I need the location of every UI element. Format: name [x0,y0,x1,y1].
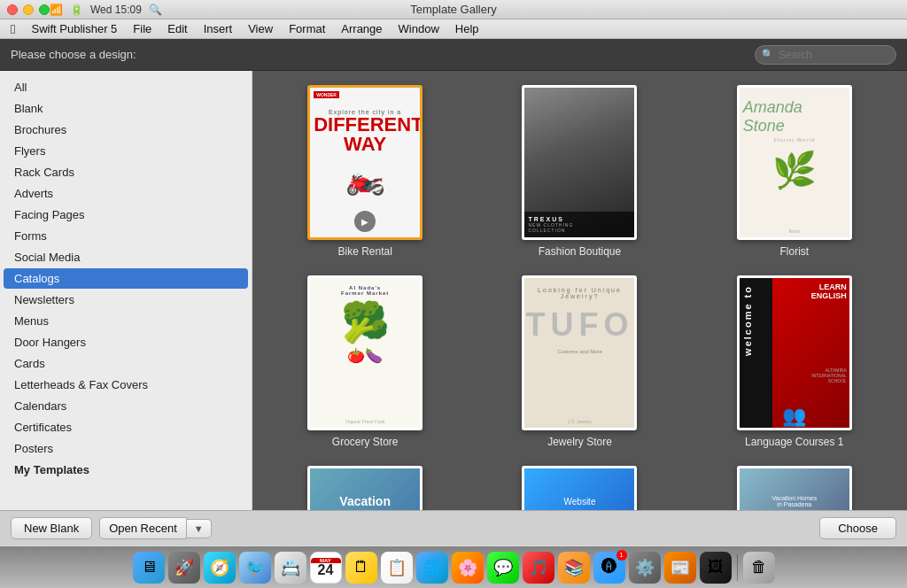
sidebar-item-certificates[interactable]: Certificates [4,417,248,437]
template-label-grocery-store: Grocery Store [332,436,399,448]
template-item-language-courses[interactable]: welcome to LEARNENGLISH 👥 ALTAMIRAINTERN… [696,275,893,448]
template-item-bike-rental[interactable]: WONDER Explore the city in a DIFFERENTWA… [267,85,463,258]
sidebar-item-forms[interactable]: Forms [4,226,248,246]
play-overlay[interactable]: ▶ [354,211,376,232]
menu-arrange[interactable]: Arrange [334,20,389,37]
sidebar-item-adverts[interactable]: Adverts [4,183,248,204]
main-layout: All Blank Brochures Flyers Rack Cards Ad… [0,71,907,510]
top-right-icons: 📶 🔋 Wed 15:09 🔍 [50,4,162,16]
sidebar-item-rack-cards[interactable]: Rack Cards [4,162,248,182]
menu-help[interactable]: Help [448,20,486,37]
dock-item-music[interactable]: 🎵 [523,552,554,584]
dock-separator [737,554,738,581]
template-item-vacation[interactable]: Vacation Vacation [267,466,463,510]
template-item-vacation-homes[interactable]: Vacation Homesin Pasadena Vacation Homes [696,466,893,510]
dock-item-app-store[interactable]: 🅐 1 [593,552,625,584]
dock-item-messages[interactable]: 💬 [487,552,519,584]
sidebar-item-blank[interactable]: Blank [4,98,248,119]
apple-menu[interactable]:  [4,21,22,36]
template-thumb-website[interactable]: Website [522,466,637,510]
sidebar-item-posters[interactable]: Posters [4,438,248,459]
template-grid: WONDER Explore the city in a DIFFERENTWA… [267,85,893,510]
dock-item-notes[interactable]: 🗒 [345,552,377,584]
sidebar-item-my-templates[interactable]: My Templates [4,460,248,480]
search-menu-icon[interactable]: 🔍 [149,4,162,16]
dock-item-browser[interactable]: 🖼 [700,552,732,584]
sidebar: All Blank Brochures Flyers Rack Cards Ad… [0,71,252,510]
template-thumb-vacation[interactable]: Vacation [307,466,422,510]
search-input[interactable] [755,45,896,65]
search-icon: 🔍 [762,49,774,60]
titlebar: Template Gallery 📶 🔋 Wed 15:09 🔍 [0,0,907,19]
template-item-grocery-store[interactable]: Al Nada'sFarmer Market 🥦 🍅🍆 Organic Fres… [267,275,463,448]
menu-view[interactable]: View [241,20,280,37]
template-thumb-grocery-store[interactable]: Al Nada'sFarmer Market 🥦 🍅🍆 Organic Fres… [307,275,422,430]
dock-item-safari2[interactable]: 🌐 [416,552,448,584]
sidebar-item-brochures[interactable]: Brochures [4,120,248,140]
template-thumb-florist[interactable]: Amanda Stone Florist World 🌿 florist [737,85,852,240]
maximize-button[interactable] [39,4,50,15]
traffic-lights [7,4,50,15]
dock-item-books[interactable]: 📚 [558,552,590,584]
dock-item-system-prefs[interactable]: ⚙️ [629,552,661,584]
template-item-fashion-boutique[interactable]: TREXUS NEW CLOTHINGCOLLECTION Fashion Bo… [481,85,678,258]
dock-item-launchpad[interactable]: 🚀 [168,552,200,584]
app-header: Please choose a design: 🔍 [0,39,907,71]
dock-item-reminders[interactable]: 📋 [381,552,413,584]
window-title: Template Gallery [410,3,497,16]
choose-design-prompt: Please choose a design: [11,48,136,61]
menu-window[interactable]: Window [391,20,446,37]
template-label-fashion-boutique: Fashion Boutique [539,245,621,258]
menu-insert[interactable]: Insert [197,20,240,37]
menu-format[interactable]: Format [282,20,332,37]
dock-item-safari[interactable]: 🧭 [204,552,236,584]
template-thumb-vacation-homes[interactable]: Vacation Homesin Pasadena [737,466,852,510]
sidebar-item-social-media[interactable]: Social Media [4,247,248,267]
open-recent-button[interactable]: Open Recent [99,517,187,539]
dock: 🖥 🚀 🧭 🐦 📇 MAY 24 🗒 📋 🌐 🌸 💬 🎵 📚 🅐 1 ⚙️ 📰 … [0,545,907,588]
close-button[interactable] [7,4,18,15]
template-item-jewelry-store[interactable]: Looking for Unique Jewelry? TUFO Customs… [481,275,678,448]
template-content: WONDER Explore the city in a DIFFERENTWA… [252,71,907,510]
sidebar-item-door-hangers[interactable]: Door Hangers [4,332,248,352]
dock-item-trash[interactable]: 🗑 [743,552,775,584]
dock-item-photos-bird[interactable]: 🐦 [239,552,271,584]
dock-item-swift-publisher[interactable]: 📰 [664,552,696,584]
template-thumb-bike-rental[interactable]: WONDER Explore the city in a DIFFERENTWA… [307,85,422,240]
dock-item-calendar[interactable]: MAY 24 [310,552,342,584]
template-label-florist: Florist [779,245,809,258]
clock-display: Wed 15:09 [90,4,142,16]
dock-item-finder[interactable]: 🖥 [133,552,165,584]
sidebar-item-facing-pages[interactable]: Facing Pages [4,205,248,225]
sidebar-item-menus[interactable]: Menus [4,311,248,331]
template-item-florist[interactable]: Amanda Stone Florist World 🌿 florist Flo… [696,85,893,258]
search-wrapper: 🔍 [755,45,896,65]
sidebar-item-catalogs[interactable]: Catalogs [4,268,248,289]
menubar:  Swift Publisher 5 File Edit Insert Vie… [0,19,907,39]
new-blank-button[interactable]: New Blank [11,517,92,539]
sidebar-item-all[interactable]: All [4,77,248,97]
template-item-website[interactable]: Website Website [481,466,678,510]
choose-button[interactable]: Choose [819,517,896,539]
open-recent-wrapper: Open Recent ▼ [99,517,212,539]
sidebar-item-calendars[interactable]: Calendars [4,396,248,416]
minimize-button[interactable] [23,4,34,15]
open-recent-arrow[interactable]: ▼ [187,519,212,538]
template-thumb-jewelry-store[interactable]: Looking for Unique Jewelry? TUFO Customs… [522,275,637,430]
menu-edit[interactable]: Edit [160,20,194,37]
dock-item-contacts[interactable]: 📇 [275,552,306,584]
battery-icon: 🔋 [70,4,83,16]
bottom-bar: New Blank Open Recent ▼ Choose [0,510,907,545]
wifi-icon: 📶 [50,4,63,16]
template-thumb-language-courses[interactable]: welcome to LEARNENGLISH 👥 ALTAMIRAINTERN… [737,275,852,430]
app-store-badge: 1 [616,550,627,561]
template-thumb-fashion-boutique[interactable]: TREXUS NEW CLOTHINGCOLLECTION [522,85,637,240]
sidebar-item-cards[interactable]: Cards [4,353,248,374]
sidebar-item-newsletters[interactable]: Newsletters [4,290,248,310]
template-label-bike-rental: Bike Rental [337,245,391,258]
sidebar-item-flyers[interactable]: Flyers [4,141,248,161]
menu-swift-publisher[interactable]: Swift Publisher 5 [24,20,124,37]
sidebar-item-letterheads[interactable]: Letterheads & Fax Covers [4,375,248,395]
dock-item-photos[interactable]: 🌸 [452,552,484,584]
menu-file[interactable]: File [126,20,159,37]
